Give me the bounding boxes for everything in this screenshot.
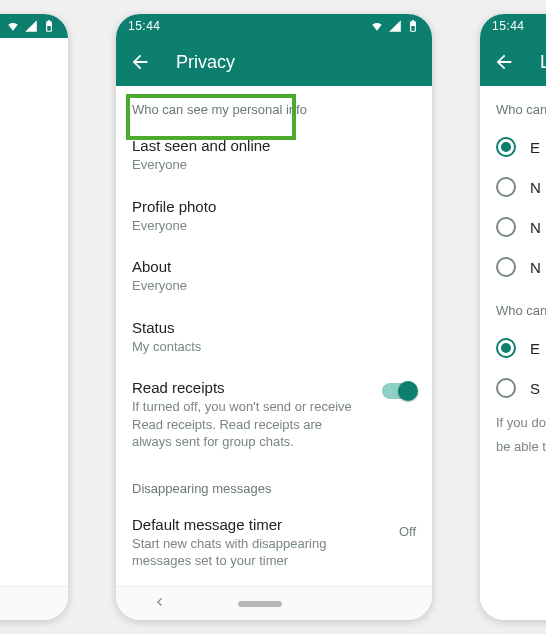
- info-note-line2: be able to: [496, 432, 546, 456]
- row-status[interactable]: Status My contacts: [132, 309, 416, 370]
- row-read-receipts[interactable]: Read receipts If turned off, you won't s…: [132, 369, 416, 465]
- nav-bar: [116, 586, 432, 620]
- row-sub: Everyone: [132, 156, 372, 174]
- app-bar: La: [480, 38, 546, 86]
- arrow-left-icon: [493, 51, 515, 73]
- wifi-icon: [6, 19, 20, 33]
- nav-home-pill[interactable]: [238, 601, 282, 607]
- status-time: 15:44: [128, 19, 161, 33]
- radio-option[interactable]: N: [496, 207, 546, 247]
- radio-option[interactable]: N: [496, 167, 546, 207]
- battery-icon: [406, 19, 420, 33]
- battery-icon: [42, 19, 56, 33]
- info-note-line1: If you don': [496, 408, 546, 432]
- row-sub: My contacts: [132, 338, 372, 356]
- row-title: Profile photo: [132, 198, 416, 215]
- row-default-timer[interactable]: Default message timer Start new chats wi…: [132, 506, 416, 584]
- phone-right: 15:44 La Who can s E N N: [480, 14, 546, 620]
- signal-icon: [388, 19, 402, 33]
- radio-label: E: [530, 139, 540, 156]
- radio-icon[interactable]: [496, 378, 516, 398]
- timer-value: Off: [399, 524, 416, 539]
- right-content[interactable]: Who can s E N N N Who can s E: [480, 86, 546, 620]
- app-bar: Privacy: [116, 38, 432, 86]
- radio-icon[interactable]: [496, 137, 516, 157]
- row-title: Status: [132, 319, 416, 336]
- radio-icon[interactable]: [496, 177, 516, 197]
- radio-label: N: [530, 219, 541, 236]
- radio-icon[interactable]: [496, 338, 516, 358]
- section-header-personal: Who can see my personal info: [132, 86, 416, 127]
- radio-option[interactable]: N: [496, 247, 546, 287]
- page-title: Privacy: [176, 52, 235, 73]
- section-header-disappearing: Disappearing messages: [132, 465, 416, 506]
- row-last-seen[interactable]: Last seen and online Everyone: [132, 127, 416, 188]
- row-title: Read receipts: [132, 379, 416, 396]
- status-icons: [370, 19, 420, 33]
- row-about[interactable]: About Everyone: [132, 248, 416, 309]
- settings-content[interactable]: Who can see my personal info Last seen a…: [116, 86, 432, 586]
- status-time: 15:44: [492, 19, 525, 33]
- read-receipts-switch[interactable]: [382, 383, 416, 399]
- radio-option[interactable]: E: [496, 328, 546, 368]
- left-content: [0, 38, 68, 586]
- radio-icon[interactable]: [496, 217, 516, 237]
- radio-icon[interactable]: [496, 257, 516, 277]
- section-header: Who can s: [496, 86, 546, 127]
- row-sub: Everyone: [132, 217, 372, 235]
- radio-label: S: [530, 380, 540, 397]
- phone-center: 15:44 Privacy Who can see my personal in…: [116, 14, 432, 620]
- phone-left: [0, 14, 68, 620]
- back-button[interactable]: [492, 50, 516, 74]
- radio-label: N: [530, 259, 541, 276]
- radio-option[interactable]: E: [496, 127, 546, 167]
- row-title: Default message timer: [132, 516, 416, 533]
- row-sub: Start new chats with disappearing messag…: [132, 535, 362, 570]
- chevron-left-icon: [151, 594, 167, 610]
- arrow-left-icon: [129, 51, 151, 73]
- nav-back-button[interactable]: [151, 594, 167, 614]
- back-button[interactable]: [128, 50, 152, 74]
- signal-icon: [24, 19, 38, 33]
- status-bar: [0, 14, 68, 38]
- row-profile-photo[interactable]: Profile photo Everyone: [132, 188, 416, 249]
- status-icons: [6, 19, 56, 33]
- status-bar: 15:44: [480, 14, 546, 38]
- nav-spacer: [353, 601, 397, 607]
- row-title: Last seen and online: [132, 137, 416, 154]
- status-bar: 15:44: [116, 14, 432, 38]
- radio-label: N: [530, 179, 541, 196]
- radio-option[interactable]: S: [496, 368, 546, 408]
- radio-label: E: [530, 340, 540, 357]
- row-sub: If turned off, you won't send or receive…: [132, 398, 362, 451]
- row-sub: Everyone: [132, 277, 372, 295]
- row-title: About: [132, 258, 416, 275]
- nav-bar: [0, 586, 68, 620]
- wifi-icon: [370, 19, 384, 33]
- section-header: Who can s: [496, 287, 546, 328]
- page-title: La: [540, 52, 546, 73]
